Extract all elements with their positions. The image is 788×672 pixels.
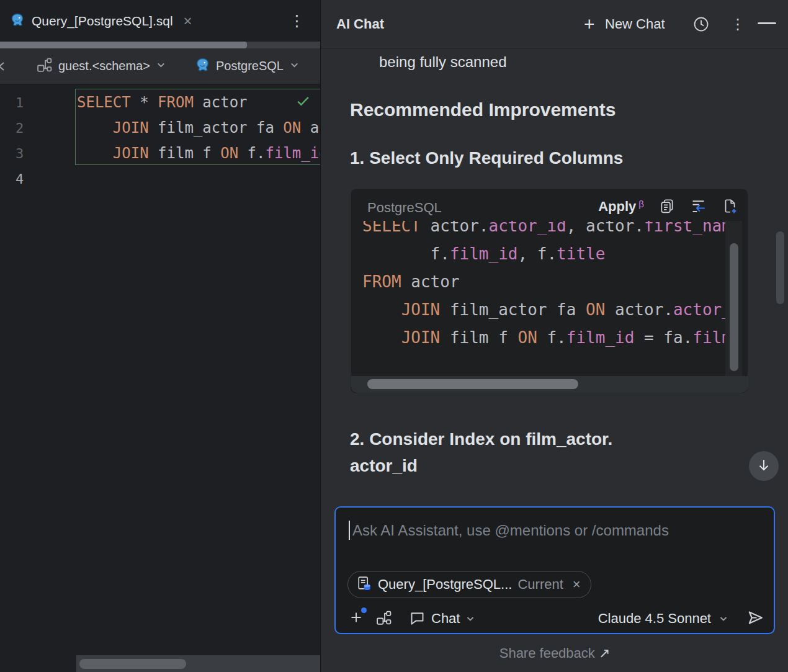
send-icon[interactable]: [746, 608, 765, 630]
chat-header: AI Chat + New Chat ⋮: [321, 0, 788, 48]
attach-schema-icon[interactable]: [375, 609, 392, 629]
context-chip[interactable]: Query_[PostgreSQL... Current ×: [347, 571, 591, 598]
code-card-language-label: PostgreSQL: [367, 200, 442, 216]
editor-horizontal-scrollbar[interactable]: [76, 655, 320, 672]
line-number-current: 4: [16, 166, 38, 192]
schema-selector-label: guest.<schema>: [58, 59, 150, 73]
code-card-hscrollbar-thumb[interactable]: [367, 379, 578, 389]
attach-plus-icon[interactable]: [348, 609, 365, 627]
code-card-actions: Applyβ: [598, 197, 738, 217]
sql-editor[interactable]: 1 2 3 4 SELECT * FROM actor JOIN film_ac…: [0, 85, 320, 655]
chevron-down-icon: [289, 60, 300, 73]
item2-heading: 2. Consider Index on film_actor. actor_i…: [350, 426, 612, 479]
tab-title: Query_[PostgreSQL].sql: [32, 14, 173, 29]
code-card-vscrollbar-thumb[interactable]: [730, 243, 738, 371]
chat-input-box[interactable]: Ask AI Assistant, use @mentions or /comm…: [334, 506, 775, 634]
tab-bar-menu-icon[interactable]: ⋮: [289, 0, 305, 42]
editor-toolbar: guest.<schema> PostgreSQL: [0, 48, 320, 84]
chat-history-clock-icon[interactable]: [692, 16, 710, 35]
tab-query-postgresql[interactable]: Query_[PostgreSQL].sql ×: [10, 0, 192, 42]
chevron-down-icon: [465, 614, 475, 624]
code-snippet-card: PostgreSQL Applyβ SELECT actor.actor_id,…: [350, 188, 748, 394]
editor-horizontal-scrollbar-thumb[interactable]: [79, 659, 186, 669]
tab-close-icon[interactable]: ×: [184, 12, 192, 30]
schema-icon: [36, 56, 53, 76]
dialect-selector-label: PostgreSQL: [216, 59, 284, 73]
chevron-down-icon: [719, 614, 728, 624]
new-chat-button[interactable]: New Chat: [605, 0, 665, 48]
tab-bar-scrollbar[interactable]: [0, 42, 320, 48]
postgresql-elephant-icon: [10, 12, 25, 30]
editor-code[interactable]: SELECT * FROM actor JOIN film_actor fa O…: [77, 90, 320, 192]
code-card-code: SELECT actor.actor_id, actor.first_name,…: [351, 221, 726, 352]
item1-heading: 1. Select Only Required Columns: [350, 148, 623, 168]
code-card-hscrollbar-track[interactable]: [351, 376, 748, 393]
chat-message-text: being fully scanned: [379, 53, 506, 71]
section-heading: Recommended Improvements: [350, 99, 616, 120]
minimize-icon[interactable]: [758, 22, 776, 24]
line-number: 2: [16, 115, 38, 141]
scroll-to-bottom-button[interactable]: [749, 451, 779, 481]
chat-menu-kebab-icon[interactable]: ⋮: [730, 0, 745, 48]
chat-bubble-icon: [409, 609, 426, 629]
chevron-down-icon: [156, 60, 166, 73]
mode-selector-label: Chat: [431, 611, 460, 627]
insert-at-caret-icon[interactable]: [690, 197, 707, 217]
schema-selector[interactable]: guest.<schema>: [36, 48, 166, 84]
postgresql-elephant-icon: [195, 57, 210, 75]
line-number: 1: [16, 90, 38, 115]
share-feedback-link[interactable]: Share feedback↗: [321, 645, 788, 661]
editor-tab-bar: Query_[PostgreSQL].sql × ⋮: [0, 0, 320, 42]
ai-chat-pane: AI Chat + New Chat ⋮ being fully scanned…: [320, 0, 788, 672]
beta-badge: β: [638, 199, 644, 209]
new-file-from-snippet-icon[interactable]: [722, 198, 738, 217]
dialect-selector[interactable]: PostgreSQL: [195, 48, 300, 84]
query-console-icon: [356, 575, 372, 594]
chat-input-placeholder: Ask AI Assistant, use @mentions or /comm…: [352, 522, 669, 539]
copy-icon[interactable]: [659, 198, 675, 217]
attach-notification-dot: [361, 607, 367, 613]
chat-scrollbar-thumb[interactable]: [776, 231, 784, 304]
external-link-arrow-icon: ↗: [599, 645, 610, 661]
context-chip-badge: Current: [517, 576, 563, 593]
chat-input-actions: Chat Claude 4.5 Sonnet: [336, 606, 774, 632]
mode-selector[interactable]: Chat: [409, 606, 475, 632]
ide-window: Query_[PostgreSQL].sql × ⋮ guest.<schema…: [0, 0, 788, 672]
editor-pane: Query_[PostgreSQL].sql × ⋮ guest.<schema…: [0, 0, 320, 672]
context-chip-label: Query_[PostgreSQL...: [378, 576, 512, 593]
statement-success-check-icon: [295, 93, 311, 111]
tab-bar-scrollbar-thumb[interactable]: [0, 42, 247, 48]
context-chip-close-icon[interactable]: ×: [573, 576, 581, 593]
clipped-chevron-icon: [0, 58, 6, 77]
chat-panel-title: AI Chat: [336, 0, 384, 48]
arrow-down-icon: [756, 457, 772, 475]
apply-button[interactable]: Applyβ: [598, 199, 644, 215]
text-caret: [349, 521, 350, 540]
line-number: 3: [16, 141, 38, 166]
model-selector[interactable]: Claude 4.5 Sonnet: [598, 611, 711, 627]
new-chat-plus-icon[interactable]: +: [584, 0, 595, 48]
code-card-viewport[interactable]: SELECT actor.actor_id, actor.first_name,…: [351, 221, 726, 379]
